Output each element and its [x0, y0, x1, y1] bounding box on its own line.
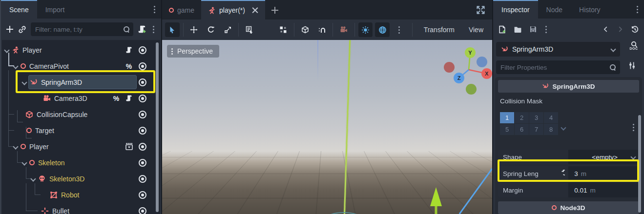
category-springarm3d[interactable]: SpringArm3D — [498, 80, 639, 93]
close-tab-icon[interactable] — [252, 7, 258, 14]
tree-row-collisioncapsule[interactable]: CollisionCapsule — [2, 106, 160, 122]
load-resource-button[interactable] — [514, 25, 522, 34]
collapse-chevron-icon[interactable] — [14, 145, 18, 149]
visibility-toggle[interactable] — [138, 78, 147, 87]
gizmo-neg-x-ball[interactable] — [444, 62, 455, 73]
history-forward-button[interactable] — [617, 26, 623, 33]
tree-row-skeleton[interactable]: Skeleton — [2, 155, 160, 171]
expand-viewport-button[interactable] — [476, 0, 492, 19]
inspector-dock-menu-button[interactable] — [637, 0, 644, 19]
mask-bit-6[interactable]: 6 — [515, 124, 529, 135]
tab-game-scene[interactable]: game — [162, 0, 201, 19]
unique-name-badge[interactable]: % — [124, 61, 134, 71]
preview-environment-button[interactable] — [375, 22, 390, 37]
tree-row-camerapivot[interactable]: CameraPivot % — [2, 58, 160, 74]
category-node3d[interactable]: Node3D — [498, 201, 639, 214]
open-documentation-button[interactable]: DOC — [626, 41, 642, 58]
gizmo-y-ball[interactable]: Y — [465, 47, 476, 58]
new-scene-tab-button[interactable] — [265, 0, 285, 19]
scale-tool-button[interactable] — [221, 22, 235, 37]
collapse-chevron-icon[interactable] — [31, 177, 35, 181]
scene-filter-input[interactable] — [31, 22, 133, 36]
visibility-toggle[interactable] — [138, 158, 147, 168]
tree-row-camera3d[interactable]: Camera3D % — [2, 90, 160, 106]
script-badge[interactable] — [124, 45, 134, 55]
tab-history[interactable]: History — [571, 0, 609, 19]
list-select-button[interactable] — [242, 22, 257, 37]
scene-tree-scrollbar[interactable] — [156, 42, 159, 212]
tree-row-player[interactable]: Player — [2, 42, 160, 58]
tree-row-robot[interactable]: Robot — [2, 187, 160, 203]
collapse-chevron-icon[interactable] — [5, 48, 9, 52]
preview-sunlight-button[interactable] — [358, 22, 373, 37]
gizmo-neg-y-ball[interactable] — [466, 84, 477, 95]
script-badge[interactable] — [124, 94, 134, 103]
save-resource-button[interactable] — [529, 25, 537, 33]
unique-name-badge[interactable]: % — [111, 94, 121, 103]
select-tool-button[interactable] — [165, 22, 180, 37]
orientation-gizmo[interactable]: Y X Z — [439, 40, 492, 99]
tree-row-skeleton3d[interactable]: Skeleton3D — [2, 171, 160, 187]
rotate-tool-button[interactable] — [204, 22, 218, 37]
gizmo-z-ball[interactable]: Z — [454, 73, 464, 83]
mask-bit-3[interactable]: 3 — [529, 112, 543, 123]
mask-bit-1[interactable]: 1 — [500, 112, 514, 123]
mask-bit-2[interactable]: 2 — [515, 112, 529, 123]
gizmo-neg-z-ball[interactable] — [477, 57, 487, 67]
move-tool-button[interactable] — [187, 22, 202, 37]
sun-environment-options-button[interactable] — [392, 22, 407, 37]
visibility-toggle[interactable] — [138, 61, 147, 71]
tree-row-springarm3d[interactable]: SpringArm3D — [2, 74, 160, 90]
margin-field[interactable]: 0.01 m — [568, 183, 639, 197]
visibility-toggle[interactable] — [138, 174, 147, 184]
visibility-toggle[interactable] — [138, 45, 147, 55]
tab-player-scene[interactable]: player(*) — [201, 0, 265, 19]
view-menu[interactable]: View — [463, 26, 489, 34]
visibility-toggle[interactable] — [138, 142, 147, 152]
visibility-toggle[interactable] — [138, 190, 147, 200]
mask-bit-4[interactable]: 4 — [544, 112, 558, 123]
object-history-button[interactable] — [631, 25, 639, 34]
history-back-button[interactable] — [602, 26, 609, 33]
local-space-button[interactable] — [298, 22, 312, 37]
tab-scene[interactable]: Scene — [1, 0, 37, 19]
instanced-scene-badge[interactable] — [124, 142, 134, 152]
mask-bit-7[interactable]: 7 — [529, 124, 543, 135]
tree-row-player-instance[interactable]: Player — [2, 138, 160, 155]
collapse-chevron-icon[interactable] — [14, 64, 18, 68]
property-tools-button[interactable] — [628, 61, 636, 71]
revert-value-button[interactable] — [558, 169, 565, 178]
y-axis-move-gizmo-arrow[interactable] — [430, 187, 442, 214]
add-node-button[interactable] — [6, 25, 14, 33]
attach-script-button[interactable] — [138, 25, 146, 34]
tree-row-target[interactable]: Target — [2, 122, 160, 138]
tab-inspector[interactable]: Inspector — [493, 0, 538, 19]
gizmo-x-ball[interactable]: X — [481, 68, 492, 79]
inspector-scrollbar[interactable] — [638, 115, 641, 213]
group-selected-button[interactable] — [276, 22, 291, 37]
filter-properties-input[interactable] — [496, 60, 620, 74]
mask-bit-5[interactable]: 5 — [500, 124, 514, 135]
mask-bit-8[interactable]: 8 — [544, 124, 558, 135]
shape-value-dropdown[interactable]: <empty> — [568, 150, 639, 164]
scene-dock-menu-button[interactable] — [154, 0, 161, 19]
visibility-toggle[interactable] — [138, 94, 147, 103]
collapse-chevron-icon[interactable] — [22, 80, 26, 84]
edited-node-selector[interactable]: SpringArm3D — [496, 42, 620, 57]
instance-scene-button[interactable] — [18, 25, 26, 34]
preview-camera-button[interactable] — [336, 22, 351, 37]
viewport-3d[interactable]: Perspective Y X Z — [162, 40, 492, 214]
visibility-toggle[interactable] — [138, 110, 147, 119]
snap-toggle-button[interactable] — [315, 22, 330, 37]
tab-import[interactable]: Import — [37, 0, 73, 19]
new-resource-button[interactable] — [498, 25, 506, 34]
visibility-toggle[interactable] — [138, 206, 147, 214]
resource-options-button[interactable] — [544, 29, 548, 30]
visibility-toggle[interactable] — [138, 126, 147, 136]
perspective-button[interactable]: Perspective — [167, 45, 219, 58]
tree-row-bullet[interactable]: Bullet — [2, 203, 160, 214]
mask-options-button[interactable] — [633, 122, 634, 130]
collapse-chevron-icon[interactable] — [22, 161, 26, 165]
lock-selected-button[interactable] — [259, 22, 274, 37]
spring-length-field[interactable]: 3 m — [568, 166, 639, 181]
